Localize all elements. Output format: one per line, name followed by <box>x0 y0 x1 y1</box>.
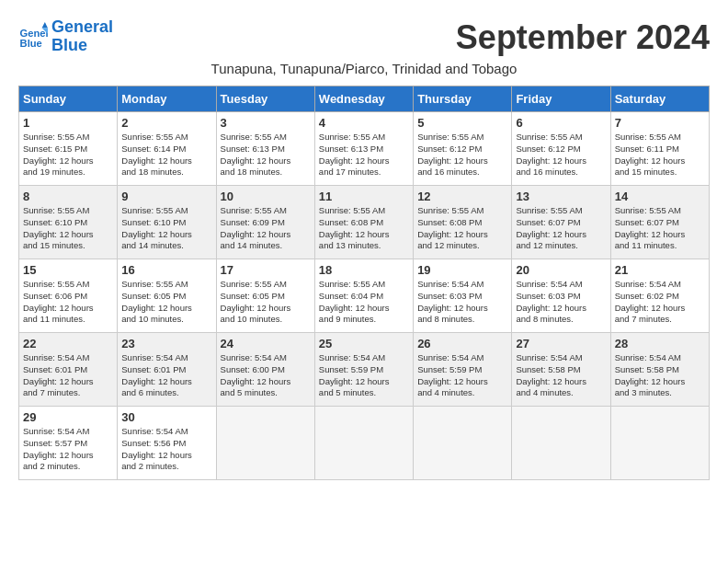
day-info: Sunrise: 5:55 AMSunset: 6:08 PMDaylight:… <box>417 205 507 252</box>
calendar-cell: 5 Sunrise: 5:55 AMSunset: 6:12 PMDayligh… <box>414 112 512 186</box>
calendar-cell: 8 Sunrise: 5:55 AMSunset: 6:10 PMDayligh… <box>19 186 118 259</box>
day-number: 22 <box>23 337 113 350</box>
calendar-cell: 24 Sunrise: 5:54 AMSunset: 6:00 PMDaylig… <box>216 333 314 407</box>
calendar-subtitle: Tunapuna, Tunapuna/Piarco, Trinidad and … <box>18 61 710 76</box>
calendar-title: September 2024 <box>456 18 710 57</box>
calendar-cell: 4 Sunrise: 5:55 AMSunset: 6:13 PMDayligh… <box>314 112 413 186</box>
calendar-cell: 14 Sunrise: 5:55 AMSunset: 6:07 PMDaylig… <box>610 186 709 259</box>
day-info: Sunrise: 5:55 AMSunset: 6:09 PMDaylight:… <box>221 205 311 252</box>
calendar-cell: 6 Sunrise: 5:55 AMSunset: 6:12 PMDayligh… <box>512 112 610 186</box>
day-info: Sunrise: 5:55 AMSunset: 6:10 PMDaylight:… <box>121 205 211 252</box>
calendar-cell: 7 Sunrise: 5:55 AMSunset: 6:11 PMDayligh… <box>610 112 709 186</box>
day-info: Sunrise: 5:54 AMSunset: 6:02 PMDaylight:… <box>615 279 705 326</box>
day-info: Sunrise: 5:55 AMSunset: 6:15 PMDaylight:… <box>23 132 113 178</box>
calendar-cell: 11 Sunrise: 5:55 AMSunset: 6:08 PMDaylig… <box>314 186 413 259</box>
header-saturday: Saturday <box>610 86 709 112</box>
calendar-cell: 12 Sunrise: 5:55 AMSunset: 6:08 PMDaylig… <box>414 186 512 259</box>
day-info: Sunrise: 5:55 AMSunset: 6:05 PMDaylight:… <box>121 279 211 326</box>
day-info: Sunrise: 5:54 AMSunset: 6:01 PMDaylight:… <box>23 352 113 399</box>
svg-text:Blue: Blue <box>20 38 42 49</box>
header-tuesday: Tuesday <box>216 86 314 112</box>
page-header: General Blue General Blue September 2024 <box>18 18 710 57</box>
day-info: Sunrise: 5:54 AMSunset: 6:01 PMDaylight:… <box>121 352 211 399</box>
calendar-cell: 13 Sunrise: 5:55 AMSunset: 6:07 PMDaylig… <box>512 186 610 259</box>
logo-text: General Blue <box>51 18 113 55</box>
day-number: 29 <box>23 410 113 424</box>
day-number: 24 <box>221 337 311 350</box>
day-number: 11 <box>319 190 409 203</box>
day-info: Sunrise: 5:55 AMSunset: 6:10 PMDaylight:… <box>23 205 113 252</box>
day-number: 13 <box>516 190 606 203</box>
day-info: Sunrise: 5:55 AMSunset: 6:04 PMDaylight:… <box>319 279 409 326</box>
day-number: 1 <box>23 116 113 130</box>
calendar-cell: 15 Sunrise: 5:55 AMSunset: 6:06 PMDaylig… <box>19 259 118 333</box>
day-number: 20 <box>516 263 606 277</box>
day-number: 15 <box>23 263 113 277</box>
day-info: Sunrise: 5:55 AMSunset: 6:13 PMDaylight:… <box>221 132 311 178</box>
day-info: Sunrise: 5:55 AMSunset: 6:12 PMDaylight:… <box>516 132 606 178</box>
day-number: 7 <box>615 116 705 130</box>
calendar-cell <box>414 407 512 480</box>
day-number: 25 <box>319 337 409 350</box>
calendar-cell <box>216 407 314 480</box>
svg-marker-2 <box>42 22 48 28</box>
day-info: Sunrise: 5:55 AMSunset: 6:08 PMDaylight:… <box>319 205 409 252</box>
calendar-cell: 22 Sunrise: 5:54 AMSunset: 6:01 PMDaylig… <box>19 333 118 407</box>
calendar-table: Sunday Monday Tuesday Wednesday Thursday… <box>18 86 710 480</box>
calendar-cell <box>314 407 413 480</box>
calendar-cell: 28 Sunrise: 5:54 AMSunset: 5:58 PMDaylig… <box>610 333 709 407</box>
header-monday: Monday <box>118 86 216 112</box>
calendar-cell: 21 Sunrise: 5:54 AMSunset: 6:02 PMDaylig… <box>610 259 709 333</box>
header-wednesday: Wednesday <box>314 86 413 112</box>
logo: General Blue General Blue <box>18 18 113 55</box>
weekday-header-row: Sunday Monday Tuesday Wednesday Thursday… <box>19 86 710 112</box>
calendar-cell: 10 Sunrise: 5:55 AMSunset: 6:09 PMDaylig… <box>216 186 314 259</box>
calendar-cell: 23 Sunrise: 5:54 AMSunset: 6:01 PMDaylig… <box>118 333 216 407</box>
calendar-row: 8 Sunrise: 5:55 AMSunset: 6:10 PMDayligh… <box>19 186 710 259</box>
day-info: Sunrise: 5:54 AMSunset: 5:59 PMDaylight:… <box>417 352 507 399</box>
day-info: Sunrise: 5:55 AMSunset: 6:05 PMDaylight:… <box>221 279 311 326</box>
day-number: 17 <box>221 263 311 277</box>
day-number: 12 <box>417 190 507 203</box>
calendar-cell: 9 Sunrise: 5:55 AMSunset: 6:10 PMDayligh… <box>118 186 216 259</box>
header-friday: Friday <box>512 86 610 112</box>
page-container: General Blue General Blue September 2024… <box>18 18 710 480</box>
day-number: 10 <box>221 190 311 203</box>
calendar-row: 22 Sunrise: 5:54 AMSunset: 6:01 PMDaylig… <box>19 333 710 407</box>
calendar-cell: 19 Sunrise: 5:54 AMSunset: 6:03 PMDaylig… <box>414 259 512 333</box>
day-info: Sunrise: 5:54 AMSunset: 6:00 PMDaylight:… <box>221 352 311 399</box>
day-number: 2 <box>121 116 211 130</box>
calendar-row: 15 Sunrise: 5:55 AMSunset: 6:06 PMDaylig… <box>19 259 710 333</box>
day-info: Sunrise: 5:55 AMSunset: 6:07 PMDaylight:… <box>615 205 705 252</box>
day-number: 30 <box>121 410 211 424</box>
day-info: Sunrise: 5:54 AMSunset: 5:56 PMDaylight:… <box>121 426 211 473</box>
calendar-row: 29 Sunrise: 5:54 AMSunset: 5:57 PMDaylig… <box>19 407 710 480</box>
calendar-cell: 2 Sunrise: 5:55 AMSunset: 6:14 PMDayligh… <box>118 112 216 186</box>
day-info: Sunrise: 5:55 AMSunset: 6:11 PMDaylight:… <box>615 132 705 178</box>
day-number: 9 <box>121 190 211 203</box>
day-number: 5 <box>417 116 507 130</box>
calendar-cell: 20 Sunrise: 5:54 AMSunset: 6:03 PMDaylig… <box>512 259 610 333</box>
day-number: 8 <box>23 190 113 203</box>
day-info: Sunrise: 5:55 AMSunset: 6:06 PMDaylight:… <box>23 279 113 326</box>
day-info: Sunrise: 5:55 AMSunset: 6:14 PMDaylight:… <box>121 132 211 178</box>
day-number: 16 <box>121 263 211 277</box>
calendar-cell: 3 Sunrise: 5:55 AMSunset: 6:13 PMDayligh… <box>216 112 314 186</box>
day-number: 23 <box>121 337 211 350</box>
day-info: Sunrise: 5:54 AMSunset: 6:03 PMDaylight:… <box>516 279 606 326</box>
day-number: 27 <box>516 337 606 350</box>
day-number: 4 <box>319 116 409 130</box>
day-number: 21 <box>615 263 705 277</box>
calendar-cell: 1 Sunrise: 5:55 AMSunset: 6:15 PMDayligh… <box>19 112 118 186</box>
logo-icon: General Blue <box>18 22 48 52</box>
day-number: 26 <box>417 337 507 350</box>
calendar-cell <box>512 407 610 480</box>
day-info: Sunrise: 5:54 AMSunset: 5:58 PMDaylight:… <box>615 352 705 399</box>
day-number: 3 <box>221 116 311 130</box>
day-info: Sunrise: 5:54 AMSunset: 5:57 PMDaylight:… <box>23 426 113 473</box>
header-sunday: Sunday <box>19 86 118 112</box>
day-number: 14 <box>615 190 705 203</box>
calendar-row: 1 Sunrise: 5:55 AMSunset: 6:15 PMDayligh… <box>19 112 710 186</box>
day-info: Sunrise: 5:55 AMSunset: 6:13 PMDaylight:… <box>319 132 409 178</box>
calendar-cell: 25 Sunrise: 5:54 AMSunset: 5:59 PMDaylig… <box>314 333 413 407</box>
